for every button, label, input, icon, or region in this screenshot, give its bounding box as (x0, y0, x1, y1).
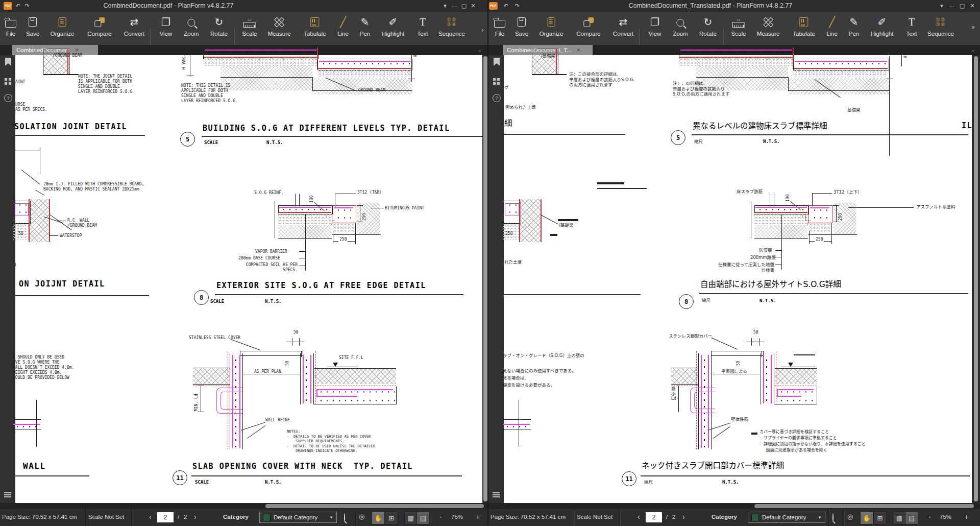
highlight-button[interactable]: ✐Highlight (382, 15, 405, 37)
help-icon[interactable]: ? (493, 94, 501, 102)
save-button[interactable]: Save (26, 15, 39, 37)
list-view-button[interactable]: ▤ (905, 511, 918, 524)
right-titlebar: PDF ↶ ↷ CombinedDocument_Translated.pdf … (488, 0, 980, 12)
save-button[interactable]: Save (515, 15, 528, 37)
zoom-out-button[interactable]: - (440, 513, 443, 521)
sequence-button[interactable]: ①②③④Sequence (438, 15, 465, 37)
view-button[interactable]: ❐View (649, 15, 662, 37)
file-button[interactable]: File (494, 15, 505, 37)
detail-8-number: 8 (194, 290, 209, 305)
category-dropdown[interactable]: Default Category ▼ (748, 512, 825, 523)
bookmark-icon[interactable] (5, 58, 11, 66)
undo-button[interactable]: ↶ (502, 2, 510, 10)
line-icon: ╱ (340, 15, 346, 29)
view-button[interactable]: ❐View (160, 15, 173, 37)
scale-button[interactable]: ↔Scale (242, 15, 257, 37)
measure-button[interactable]: Measure (268, 15, 291, 37)
visibility-icon[interactable]: ◎ (359, 513, 364, 520)
toolbar-overflow-icon[interactable]: » (971, 23, 975, 31)
convert-button[interactable]: ⇄Convert (124, 15, 144, 37)
zoom-button[interactable]: Zoom (184, 15, 199, 37)
next-page-button[interactable]: › (194, 513, 197, 521)
text-button[interactable]: TText (417, 15, 428, 37)
tabulate-button[interactable]: Tabulate (793, 15, 815, 37)
scale-button[interactable]: ↔Scale (731, 15, 746, 37)
file-icon (494, 15, 505, 29)
zoom-level-label: 75% (451, 514, 463, 520)
pdf-logo-icon[interactable]: PDF (489, 2, 498, 10)
visibility-icon[interactable]: ◎ (847, 513, 853, 520)
save-icon (29, 15, 37, 29)
category-label: Category (712, 514, 737, 520)
menu-caret-icon[interactable]: ▾ (938, 2, 946, 10)
minimize-button[interactable]: — (948, 2, 956, 10)
page-total-label: 2 (184, 514, 187, 520)
prev-page-button[interactable]: ‹ (149, 513, 152, 521)
table-view-button[interactable]: ▦ (404, 511, 418, 524)
line-button[interactable]: ╱Line (826, 15, 838, 37)
right-vertical-scrollbar[interactable] (973, 55, 978, 503)
redo-button[interactable]: ↷ (513, 2, 521, 10)
category-dropdown[interactable]: Default Category ▼ (259, 512, 337, 523)
right-statusbar: Page Size: 70.52 x 57.41 cm Scale Not Se… (488, 509, 980, 526)
page-size-label: Page Size: 70.52 x 57.41 cm (491, 514, 566, 520)
page-number-input[interactable]: 2 (646, 512, 662, 522)
page-number-input[interactable]: 2 (157, 512, 174, 522)
compare-button[interactable]: Compare (576, 15, 600, 37)
list-view-button[interactable]: ▤ (416, 511, 430, 524)
add-page-button[interactable]: ⊞ (873, 511, 887, 524)
close-button[interactable]: ✕ (469, 2, 477, 10)
redo-button[interactable]: ↷ (23, 2, 31, 10)
tabulate-button[interactable]: Tabulate (304, 15, 326, 37)
tab-close-icon[interactable]: ✕ (577, 47, 581, 53)
close-button[interactable]: ✕ (968, 2, 976, 10)
convert-button[interactable]: ⇄Convert (613, 15, 633, 37)
zoom-in-button[interactable]: + (964, 513, 968, 521)
zoom-icon (677, 15, 684, 29)
pen-button[interactable]: ✎Pen (360, 15, 370, 37)
maximize-button[interactable]: ▢ (958, 2, 966, 10)
highlight-icon: ✐ (878, 15, 887, 29)
pan-hand-button[interactable]: ✋ (372, 511, 385, 524)
tabbar-chevron-icon[interactable]: ⌄ (478, 47, 482, 53)
zoom-in-button[interactable]: + (476, 513, 480, 521)
tabbar-chevron-icon[interactable]: ⌄ (971, 47, 975, 53)
organize-button[interactable]: Organize (540, 15, 564, 37)
table-view-button[interactable]: ▦ (893, 511, 906, 524)
menu-list-icon[interactable] (4, 492, 11, 497)
measure-icon (274, 15, 285, 29)
toolbar-overflow-icon[interactable]: › (481, 27, 483, 34)
maximize-button[interactable]: ▢ (460, 2, 468, 10)
measure-button[interactable]: Measure (757, 15, 780, 37)
tab-close-icon[interactable]: ✕ (75, 47, 79, 53)
bookmark-icon[interactable] (494, 58, 500, 66)
highlight-button[interactable]: ✐Highlight (871, 15, 894, 37)
thumbnails-icon[interactable] (493, 78, 500, 85)
organize-button[interactable]: Organize (51, 15, 75, 37)
zoom-tool-icon[interactable] (832, 514, 834, 521)
add-page-button[interactable]: ⊞ (385, 511, 398, 524)
menu-caret-icon[interactable]: ▾ (441, 2, 449, 10)
undo-button[interactable]: ↶ (14, 2, 22, 10)
pen-button[interactable]: ✎Pen (849, 15, 859, 37)
file-button[interactable]: File (5, 15, 16, 37)
sequence-button[interactable]: ①②③④Sequence (927, 15, 954, 37)
thumbnails-icon[interactable] (5, 78, 11, 85)
rotate-button[interactable]: ↻Rotate (210, 15, 228, 37)
rotate-icon: ↻ (215, 15, 224, 29)
help-icon[interactable]: ? (4, 94, 12, 102)
line-button[interactable]: ╱Line (337, 15, 349, 37)
zoom-button[interactable]: Zoom (673, 15, 688, 37)
next-page-button[interactable]: › (682, 513, 685, 521)
menu-list-icon[interactable] (493, 492, 500, 497)
prev-page-button[interactable]: ‹ (638, 513, 640, 521)
zoom-tool-icon[interactable] (344, 514, 345, 521)
compare-button[interactable]: Compare (87, 15, 111, 37)
minimize-button[interactable]: — (451, 2, 459, 10)
pan-hand-button[interactable]: ✋ (860, 511, 873, 524)
text-button[interactable]: TText (906, 15, 917, 37)
pdf-logo-icon[interactable]: PDF (4, 2, 12, 10)
zoom-out-button[interactable]: - (928, 513, 931, 521)
rotate-button[interactable]: ↻Rotate (699, 15, 717, 37)
file-icon (5, 15, 16, 29)
